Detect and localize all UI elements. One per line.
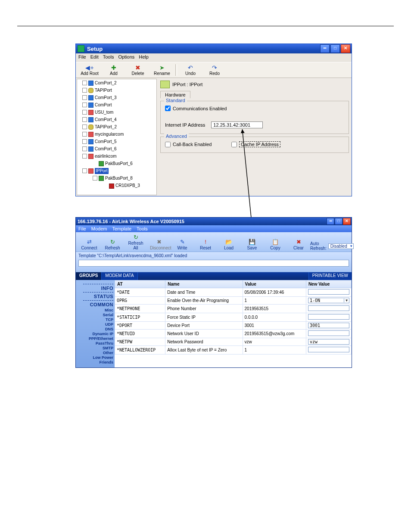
cell-new-value[interactable] [306,313,351,322]
save-button[interactable]: 💾Save [240,238,264,251]
callback-label: Call-Back Enabled [173,142,212,147]
cell-new-value[interactable] [306,305,351,313]
group-ppp-ethernet[interactable]: PPP/Ethernet [77,336,113,341]
group-serial[interactable]: Serial [77,313,113,317]
group-tcp[interactable]: TCP [77,317,113,322]
cell-at: *NETUID [115,330,165,338]
cell-new-value[interactable]: 3001 [306,322,351,330]
copy-button[interactable]: 📋Copy [264,238,287,251]
menu-item-help[interactable]: Help [139,54,149,61]
clear-icon: ✖ [290,239,308,246]
cell-new-value[interactable]: vzw [306,338,351,346]
group-status[interactable]: STATUS [77,294,113,299]
printable-view-tab[interactable]: PRINTABLE VIEW [308,272,352,280]
callback-checkbox[interactable]: Call-Back Enabled [165,142,225,147]
close-button[interactable]: ✕ [341,44,350,53]
menu-item-modem[interactable]: Modem [91,226,107,231]
menu-item-tools[interactable]: Tools [103,54,114,61]
refresh-all-button[interactable]: ↻Refresh All [124,233,147,251]
minimize-button[interactable]: ━ [327,218,334,225]
cell-name: Enable Over-the-Air Programing [165,297,243,305]
cell-new-value[interactable] [306,330,351,338]
group-dynamic-ip[interactable]: Dynamic IP [77,332,113,336]
write-button[interactable]: ✎Write [171,238,194,251]
device-tree[interactable]: ComPort_2TAPIPortComPort_3ComPortUSU_tom… [77,79,157,195]
new-value-input[interactable] [308,305,349,311]
group-friends[interactable]: Friends [77,360,113,364]
new-value-input[interactable]: vzw [308,339,349,345]
menu-item-edit[interactable]: Edit [90,54,99,61]
tree-node-usu-tom[interactable]: USU_tom [88,109,113,115]
redo-icon: ↷ [205,64,224,71]
menu-item-file[interactable]: File [78,226,86,231]
menu-item-template[interactable]: Template [112,226,131,231]
group-other[interactable]: Other [77,351,113,355]
group-common[interactable]: COMMON [77,302,113,307]
new-value-input[interactable] [308,330,349,336]
tree-node-tapiport[interactable]: TAPIPort [88,87,112,93]
tree-node-comport-2[interactable]: ComPort_2 [88,80,117,86]
group-dns[interactable]: DNS [77,327,113,331]
connect-button[interactable]: ⇄Connect [78,238,101,251]
maximize-button[interactable]: □ [330,44,340,53]
minimize-button[interactable]: ━ [320,44,330,53]
refresh-button[interactable]: ↻Refresh [101,238,124,251]
new-value-input[interactable]: 3001 [308,323,349,328]
load-button[interactable]: 📂Load [217,238,240,251]
clear-button[interactable]: ✖Clear [287,238,310,251]
new-value-input[interactable] [308,347,349,352]
undo-button[interactable]: ↶Undo [178,63,202,77]
reset-button[interactable]: !Reset [194,238,217,251]
refresh-icon: ↻ [103,239,121,246]
menu-item-tools[interactable]: Tools [137,226,148,231]
disconnect-button[interactable]: ✖Disconnect [147,238,171,251]
add-root-button[interactable]: ◀+Add Root [78,63,102,77]
tree-node-comport[interactable]: ComPort [88,102,112,108]
callback-input[interactable] [165,142,171,147]
group-misc[interactable]: Misc [77,308,113,312]
group-info[interactable]: INFO [77,286,113,291]
comm-enabled-input[interactable] [165,106,171,111]
tree-node-comport-5[interactable]: ComPort_5 [88,139,117,145]
auto-refresh-select[interactable]: Disabled [328,243,354,249]
groups-tab[interactable]: GROUPS [76,272,102,280]
tree-node-ipport[interactable]: IPPort [88,168,109,174]
cell-new-value[interactable] [306,346,351,355]
tree-node-pakbusport-8[interactable]: PakBusPort_8 [99,175,133,181]
add-button[interactable]: ✚Add [102,63,126,77]
tree-node-comport-4[interactable]: ComPort_4 [88,117,117,123]
window-titlebar: Setup ━ □ ✕ [76,44,352,53]
tree-node-mycingularcom[interactable]: mycingularcom [88,131,124,137]
menu-item-file[interactable]: File [78,54,86,61]
filter-input[interactable] [78,260,349,267]
tree-node-comport-6[interactable]: ComPort_6 [88,146,117,152]
new-value-input[interactable] [308,289,349,295]
tree-node-comport-3[interactable]: ComPort_3 [88,95,117,101]
menu-item-options[interactable]: Options [118,54,134,61]
rename-button[interactable]: ➤Rename [150,63,174,77]
new-value-input[interactable] [308,314,349,320]
table-row: *NETPWNetwork Passwordvzwvzw [115,338,352,346]
tree-node-tapiport-2[interactable]: TAPIPort_2 [88,124,117,130]
cacheip-input[interactable] [231,142,237,147]
group-passthru[interactable]: PassThru [77,341,113,345]
group-udp[interactable]: UDP [77,322,113,327]
tree-node-eairlinkcom[interactable]: eairlinkcom [88,153,117,159]
new-value-select[interactable]: 1-ON▼ [308,298,349,303]
group-sidebar[interactable]: INFOSTATUSCOMMONMiscSerialTCPUDPDNSDynam… [76,280,115,367]
hardware-tab[interactable]: Hardware [160,91,190,98]
delete-button[interactable]: ✖Delete [126,63,150,77]
tree-node-cr10xpb-3[interactable]: CR10XPB_3 [109,183,140,189]
cell-new-value[interactable]: 1-ON▼ [306,297,351,305]
group-smtp[interactable]: SMTP [77,346,113,350]
redo-button[interactable]: ↷Redo [202,63,227,77]
maximize-button[interactable]: □ [335,218,342,225]
group-low-power[interactable]: Low Power [77,355,113,360]
cacheip-checkbox[interactable]: Cache IP Address [231,141,280,147]
cell-new-value[interactable] [306,288,351,297]
ipaddr-value[interactable]: 12.25.31.42:3001 [211,121,263,128]
tree-node-pakbusport-6[interactable]: PakBusPort_6 [99,161,133,167]
close-button[interactable]: ✕ [343,218,351,225]
modem-data-tab[interactable]: MODEM DATA [102,272,137,280]
comm-enabled-checkbox[interactable]: Communications Enabled [165,106,344,111]
